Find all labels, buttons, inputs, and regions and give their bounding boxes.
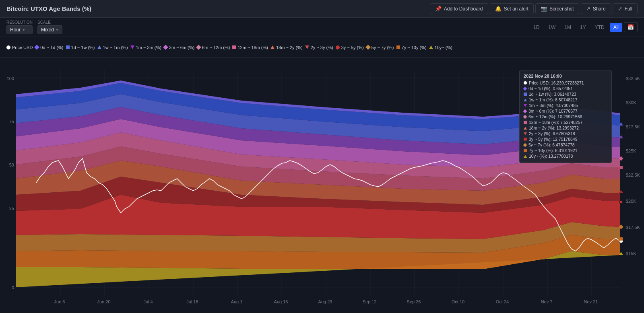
time-all-btn[interactable]: All	[610, 23, 622, 32]
resolution-arrow-icon: ▼	[22, 28, 25, 32]
tooltip-row: 1m ~ 3m (%): 4.07307485	[524, 103, 607, 108]
scale-arrow-icon: ▼	[56, 28, 59, 32]
svg-text:50: 50	[9, 163, 14, 167]
svg-text:Aug 15: Aug 15	[274, 299, 288, 304]
page-title: Bitcoin: UTXO Age Bands (%)	[6, 5, 91, 12]
svg-text:0: 0	[12, 285, 14, 290]
legend-item[interactable]: 7y ~ 10y (%)	[396, 45, 427, 50]
fullscreen-icon: ⤢	[618, 6, 622, 12]
tooltip-row: 0d ~ 1d (%): 0.6572351	[524, 86, 607, 91]
legend-item[interactable]: 3y ~ 5y (%)	[336, 45, 364, 50]
legend-item[interactable]: 5y ~ 7y (%)	[366, 45, 394, 50]
svg-text:$20K: $20K	[626, 199, 636, 204]
tooltip-row: 10y~ (%): 13.27780178	[524, 154, 607, 159]
svg-text:Jun 6: Jun 6	[54, 299, 65, 304]
legend-item[interactable]: 1m ~ 3m (%)	[130, 45, 161, 50]
svg-rect-65	[619, 166, 623, 169]
legend-item[interactable]: Price USD	[6, 45, 33, 50]
legend-item[interactable]: 6m ~ 12m (%)	[197, 45, 230, 50]
tooltip-row: 7y ~ 10y (%): 6.31011921	[524, 148, 607, 153]
svg-text:$30K: $30K	[626, 100, 636, 105]
time-ytd-btn[interactable]: YTD	[591, 23, 608, 32]
svg-text:Sep 12: Sep 12	[363, 299, 377, 304]
time-1m-btn[interactable]: 1M	[561, 23, 575, 32]
tooltip: 2022 Nov 28 16:00 Price USD: 16,239.9723…	[519, 70, 612, 163]
camera-icon: 📷	[541, 6, 547, 12]
svg-text:Oct 24: Oct 24	[496, 299, 509, 304]
full-btn[interactable]: ⤢ Full	[613, 3, 638, 14]
svg-text:25: 25	[9, 206, 14, 211]
legend-item[interactable]: 1w ~ 1m (%)	[97, 45, 128, 50]
svg-rect-63	[619, 237, 623, 241]
svg-text:Sep 26: Sep 26	[407, 299, 421, 304]
calendar-btn[interactable]: 📅	[624, 22, 638, 32]
scale-label: Scale	[37, 20, 62, 25]
tooltip-row: 5y ~ 7y (%): 6.47874778	[524, 142, 607, 147]
bell-icon: 🔔	[495, 6, 502, 12]
legend-item[interactable]: 0d ~ 1d (%)	[35, 45, 63, 50]
toolbar-left: Resolution Hour ▼ Scale Mixed ▼	[6, 20, 62, 34]
svg-text:$27.5K: $27.5K	[626, 124, 640, 129]
chart-container: IG: ANGOX.ETH	[0, 58, 644, 313]
svg-text:Jun 20: Jun 20	[97, 299, 110, 304]
legend-item[interactable]: 12m ~ 18m (%)	[232, 45, 268, 50]
legend-item[interactable]: 2y ~ 3y (%)	[305, 45, 333, 50]
svg-point-61	[619, 200, 623, 204]
tooltip-row: 1w ~ 1m (%): 8.50748217	[524, 97, 607, 102]
tooltip-row: 1d ~ 1w (%): 3.06140723	[524, 92, 607, 97]
time-1d-btn[interactable]: 1D	[530, 23, 543, 32]
time-1w-btn[interactable]: 1W	[545, 23, 559, 32]
svg-text:$17.5K: $17.5K	[626, 225, 640, 230]
tooltip-row: 2y ~ 3y (%): 6.67805318	[524, 131, 607, 136]
resolution-select[interactable]: Hour ▼	[6, 25, 33, 34]
time-1y-btn[interactable]: 1Y	[576, 23, 590, 32]
svg-text:100: 100	[7, 76, 14, 81]
toolbar: Resolution Hour ▼ Scale Mixed ▼ 1D 1W 1M…	[0, 18, 644, 37]
svg-text:$25K: $25K	[626, 148, 636, 153]
tooltip-date: 2022 Nov 28 16:00	[524, 74, 607, 78]
header: Bitcoin: UTXO Age Bands (%) 📌 Add to Das…	[0, 0, 644, 18]
tooltip-row: 12m ~ 18m (%): 7.52748257	[524, 120, 607, 125]
svg-text:Jul 4: Jul 4	[143, 299, 153, 304]
tooltip-row: 3y ~ 5y (%): 12.75178649	[524, 137, 607, 142]
pin-icon: 📌	[435, 6, 442, 12]
svg-text:$32.5K: $32.5K	[626, 76, 640, 81]
resolution-label: Resolution	[6, 20, 33, 25]
legend: Price USD0d ~ 1d (%)1d ~ 1w (%)1w ~ 1m (…	[0, 37, 644, 58]
tooltip-row: Price USD: 16,239.97238271	[524, 80, 607, 85]
svg-text:$22.5K: $22.5K	[626, 173, 640, 177]
share-btn[interactable]: ↗ Share	[581, 3, 611, 14]
legend-item[interactable]: 10y~ (%)	[429, 45, 452, 50]
svg-text:Jul 18: Jul 18	[186, 299, 198, 304]
tooltip-row: 6m ~ 12m (%): 10.26971566	[524, 114, 607, 119]
svg-text:75: 75	[9, 119, 14, 124]
scale-select[interactable]: Mixed ▼	[37, 25, 62, 34]
svg-text:Aug 1: Aug 1	[231, 299, 243, 304]
tooltip-row: 18m ~ 2y (%): 13.2993272	[524, 126, 607, 130]
toolbar-right: 1D 1W 1M 1Y YTD All 📅	[530, 22, 638, 32]
header-actions: 📌 Add to Dashboard 🔔 Set an alert 📷 Scre…	[430, 3, 638, 14]
share-icon: ↗	[586, 6, 590, 12]
tooltip-row: 3m ~ 6m (%): 7.10776677	[524, 109, 607, 113]
svg-text:$15K: $15K	[626, 251, 636, 256]
legend-item[interactable]: 1d ~ 1w (%)	[66, 45, 95, 50]
screenshot-btn[interactable]: 📷 Screenshot	[535, 3, 579, 14]
legend-item[interactable]: 3m ~ 6m (%)	[164, 45, 194, 50]
svg-text:Aug 29: Aug 29	[318, 299, 332, 304]
scale-control: Scale Mixed ▼	[37, 20, 62, 34]
add-to-dashboard-btn[interactable]: 📌 Add to Dashboard	[430, 3, 488, 14]
svg-text:Nov 7: Nov 7	[541, 299, 553, 304]
svg-text:Oct 10: Oct 10	[452, 299, 464, 304]
set-alert-btn[interactable]: 🔔 Set an alert	[490, 3, 534, 14]
calendar-icon: 📅	[627, 24, 634, 30]
svg-text:Nov 21: Nov 21	[584, 299, 598, 304]
resolution-control: Resolution Hour ▼	[6, 20, 33, 34]
legend-item[interactable]: 18m ~ 2y (%)	[270, 45, 303, 50]
